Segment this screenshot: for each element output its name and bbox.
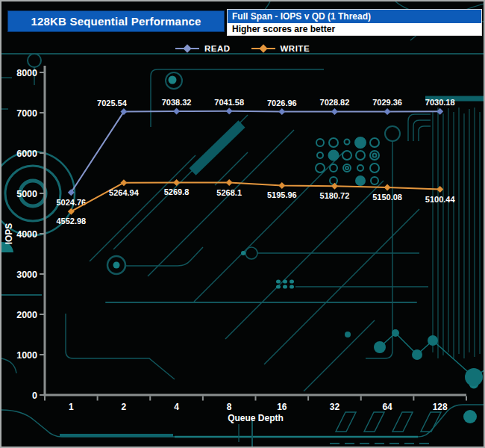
data-point-marker-read — [278, 108, 285, 115]
data-point-label-read: 7030.18 — [425, 98, 455, 107]
y-tick-label: 7000 — [16, 108, 37, 119]
data-point-marker-read — [384, 108, 391, 115]
y-tick-label: 1000 — [16, 350, 37, 361]
x-tick-label: 4 — [174, 402, 179, 412]
y-tick-label: 2000 — [16, 310, 37, 320]
data-point-marker-write — [331, 183, 338, 190]
data-point-marker-write — [226, 179, 233, 186]
y-tick-label: 8000 — [16, 68, 37, 78]
chart-note: Higher scores are better — [228, 23, 481, 35]
x-tick-label: 64 — [382, 402, 392, 412]
y-tick-label: 5000 — [16, 189, 37, 199]
write-diamond-icon — [259, 44, 267, 52]
data-point-label-write: 5150.08 — [372, 193, 402, 202]
y-tick-label: 3000 — [16, 270, 37, 280]
write-line-swatch — [251, 48, 275, 49]
legend-label-write: WRITE — [281, 44, 310, 53]
legend-label-read: READ — [204, 44, 231, 53]
data-point-label-read: 7026.96 — [267, 99, 297, 108]
legend-item-read: READ — [175, 44, 231, 53]
chart-subtitle-box: Full Span - IOPS v QD (1 Thread) Higher … — [227, 9, 482, 36]
data-point-marker-write — [278, 182, 285, 189]
data-point-label-write: 5264.94 — [109, 188, 140, 197]
data-point-label-read: 7025.54 — [97, 99, 128, 108]
data-point-label-read: 7038.32 — [162, 98, 192, 107]
read-diamond-icon — [183, 44, 191, 52]
data-point-marker-write — [436, 186, 443, 193]
chart-legend: READ WRITE — [1, 44, 484, 53]
data-point-marker-write — [120, 179, 127, 186]
x-tick-label: 128 — [433, 402, 448, 412]
x-tick-label: 32 — [330, 402, 340, 412]
data-point-label-write: 5100.44 — [425, 195, 456, 204]
data-point-marker-write — [384, 184, 391, 190]
y-tick-label: 6000 — [16, 149, 37, 159]
x-axis-title: Queue Depth — [228, 413, 284, 423]
data-point-label-read: 7041.58 — [214, 98, 244, 107]
data-point-label-write: 5195.96 — [267, 190, 297, 199]
x-tick-label: 1 — [69, 402, 74, 412]
data-point-marker-read — [173, 108, 180, 114]
data-point-marker-write — [68, 208, 75, 215]
line-chart-plot: 0100020003000400050006000700080001248163… — [1, 1, 485, 448]
x-tick-label: 16 — [277, 402, 287, 412]
chart-title-bar: 128KB Sequential Performance — [7, 10, 225, 32]
y-axis-title: IOPS — [4, 223, 14, 245]
y-tick-label: 0 — [32, 391, 37, 401]
screenshot-frame: 128KB Sequential Performance Full Span -… — [0, 0, 485, 448]
data-point-marker-read — [331, 108, 338, 115]
data-point-label-write: 5180.72 — [320, 191, 350, 200]
data-point-marker-read — [436, 108, 443, 115]
read-line-swatch — [175, 48, 199, 49]
x-tick-label: 2 — [122, 402, 127, 412]
data-point-label-write: 4552.98 — [56, 217, 86, 225]
data-point-marker-write — [173, 179, 180, 186]
x-tick-label: 8 — [227, 402, 232, 412]
chart-subtitle: Full Span - IOPS v QD (1 Thread) — [228, 10, 481, 23]
data-point-label-read: 7029.36 — [372, 98, 402, 107]
data-point-label-read: 7028.82 — [320, 98, 350, 107]
legend-item-write: WRITE — [251, 44, 310, 53]
data-point-marker-read — [226, 108, 233, 114]
chart-title: 128KB Sequential Performance — [31, 15, 201, 28]
data-point-label-write: 5269.8 — [164, 187, 190, 196]
data-point-label-write: 5268.1 — [216, 188, 242, 197]
series-line-read — [71, 111, 439, 193]
y-tick-label: 4000 — [16, 229, 37, 240]
